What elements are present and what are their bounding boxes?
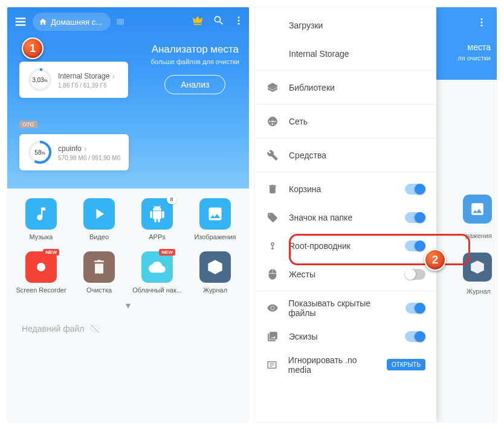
open-button[interactable]: ОТКРЫТЬ <box>387 359 425 370</box>
drawer-item-label: Internal Storage <box>289 49 349 59</box>
more-menu-icon[interactable] <box>233 15 244 28</box>
divider <box>255 70 436 71</box>
app-label: Screen Recorder <box>16 286 66 294</box>
drawer-item-label: Значок на папке <box>289 213 352 222</box>
svg-point-10 <box>37 263 45 271</box>
app-item-Screen Recorder[interactable]: NEWScreen Recorder <box>13 251 69 294</box>
wrench-icon <box>266 150 279 161</box>
app-item-Облачный нак...[interactable]: NEWОблачный нак... <box>129 251 185 294</box>
toggle-switch[interactable] <box>405 303 425 314</box>
app-item-Изображения[interactable]: Изображения <box>187 198 243 240</box>
drawer-item-label: Загрузки <box>289 21 323 30</box>
app-label: Музыка <box>30 233 53 240</box>
drawer-item-Сеть[interactable]: Сеть <box>255 107 436 135</box>
bg-icon-images <box>463 195 492 224</box>
app-icon: 8 <box>141 198 173 230</box>
app-label: Изображения <box>194 233 236 240</box>
svg-point-4 <box>238 20 240 22</box>
nomedia-icon <box>266 360 279 370</box>
recent-label: Недавний файл <box>22 324 85 334</box>
drawer-item-label: Жесты <box>289 269 315 279</box>
app-icon: NEW <box>25 251 57 283</box>
tab-indicator-icon <box>117 19 124 25</box>
storage-name: Internal Storage <box>58 71 115 81</box>
storage-card-cpuinfo[interactable]: 58% cpuinfo 570,98 Мб / 991,90 Мб <box>19 134 129 170</box>
drawer-item-Библиотеки[interactable]: Библиотеки <box>255 73 436 102</box>
storage-size: 1,86 Гб / 61,39 Гб <box>58 82 115 89</box>
app-icon <box>199 251 231 283</box>
divider <box>255 138 436 138</box>
svg-point-13 <box>481 22 483 24</box>
storage-size: 570,98 Мб / 991,90 Мб <box>58 155 120 161</box>
drawer-item-Жесты[interactable]: Жесты <box>255 260 436 288</box>
drawer-item-label: Средства <box>289 150 326 160</box>
storage-name: cpuinfo <box>58 144 120 153</box>
drawer-item-label: Root-проводник <box>289 241 351 251</box>
network-icon <box>266 116 279 127</box>
svg-point-14 <box>481 25 483 27</box>
toggle-switch[interactable] <box>405 184 425 195</box>
app-label: Видео <box>89 233 109 240</box>
drawer-item-label: Корзина <box>289 184 321 194</box>
storage-card-internal[interactable]: 3,03% Internal Storage 1,86 Гб / 61,39 Г… <box>19 62 128 98</box>
drawer-item-label: Эскизы <box>289 332 318 341</box>
root-icon <box>266 240 279 251</box>
analyze-button[interactable]: Анализ <box>164 75 225 94</box>
storage-pct: 58 <box>34 149 41 156</box>
otg-badge: OTG <box>19 121 37 128</box>
recent-files-row[interactable]: Недавний файл <box>13 311 243 346</box>
divider <box>255 291 436 291</box>
drawer-item-Root-проводник[interactable]: Root-проводник <box>255 231 436 260</box>
app-item-Очистка[interactable]: Очистка <box>71 251 127 294</box>
hamburger-menu-button[interactable] <box>12 13 29 30</box>
new-badge: NEW <box>159 249 175 256</box>
toggle-switch[interactable] <box>405 331 425 342</box>
app-item-APPs[interactable]: 8APPs <box>129 198 185 240</box>
drawer-item-Загрузки[interactable]: Загрузки <box>255 11 436 39</box>
bg-label-fragment: Журнал <box>467 288 491 295</box>
drawer-item-Игнорировать .no media[interactable]: Игнорировать .no mediaОТКРЫТЬ <box>255 350 436 379</box>
toggle-switch[interactable] <box>405 269 425 280</box>
thumb-icon <box>266 331 279 342</box>
app-icon <box>83 198 115 230</box>
toggle-switch[interactable] <box>405 240 425 251</box>
more-menu-icon <box>476 17 487 28</box>
drawer-item-label: Показывать скрытые файлы <box>288 298 396 318</box>
app-icon <box>199 198 231 230</box>
svg-point-3 <box>238 16 240 18</box>
new-badge: NEW <box>43 249 59 256</box>
app-label: Очистка <box>86 286 112 294</box>
app-item-Видео[interactable]: Видео <box>71 198 127 240</box>
app-label: Журнал <box>203 286 227 294</box>
drawer-item-Internal Storage[interactable]: Internal Storage <box>255 39 436 68</box>
bg-sub-fragment: ля очистки <box>457 54 491 62</box>
app-item-Журнал[interactable]: Журнал <box>187 251 243 294</box>
breadcrumb[interactable]: Домашняя с... <box>33 13 111 31</box>
eye-icon <box>266 303 279 314</box>
storage-pct: 3,03 <box>32 77 44 83</box>
count-badge: 8 <box>167 195 176 204</box>
drawer-item-Показывать скрытые файлы[interactable]: Показывать скрытые файлы <box>255 294 436 322</box>
svg-point-12 <box>481 18 483 20</box>
app-item-Музыка[interactable]: Музыка <box>13 198 69 240</box>
svg-point-15 <box>271 242 274 245</box>
expand-grid-icon[interactable]: ▾ <box>13 300 243 311</box>
drawer-item-Значок на папке[interactable]: Значок на папке <box>255 203 436 231</box>
divider <box>255 172 436 172</box>
premium-crown-icon[interactable] <box>191 14 204 30</box>
search-icon[interactable] <box>213 15 225 29</box>
layers-icon <box>266 82 279 93</box>
navigation-drawer: ЗагрузкиInternal StorageБиблиотекиСетьСр… <box>255 7 436 422</box>
drawer-item-Средства[interactable]: Средства <box>255 141 436 169</box>
drawer-item-label: Библиотеки <box>289 83 335 92</box>
drawer-item-Корзина[interactable]: Корзина <box>255 175 436 203</box>
app-icon <box>83 251 115 283</box>
tag-icon <box>266 212 279 223</box>
right-screen: места ля очистки ражения Журнал Загрузки… <box>255 7 497 422</box>
toggle-switch[interactable] <box>405 212 425 223</box>
bg-icon-journal <box>463 253 492 282</box>
annotation-marker-1: 1 <box>22 37 44 59</box>
drawer-item-Эскизы[interactable]: Эскизы <box>255 322 436 350</box>
analyzer-subtitle: больше файлов для очистки <box>151 58 239 65</box>
hidden-eye-icon <box>89 323 100 334</box>
